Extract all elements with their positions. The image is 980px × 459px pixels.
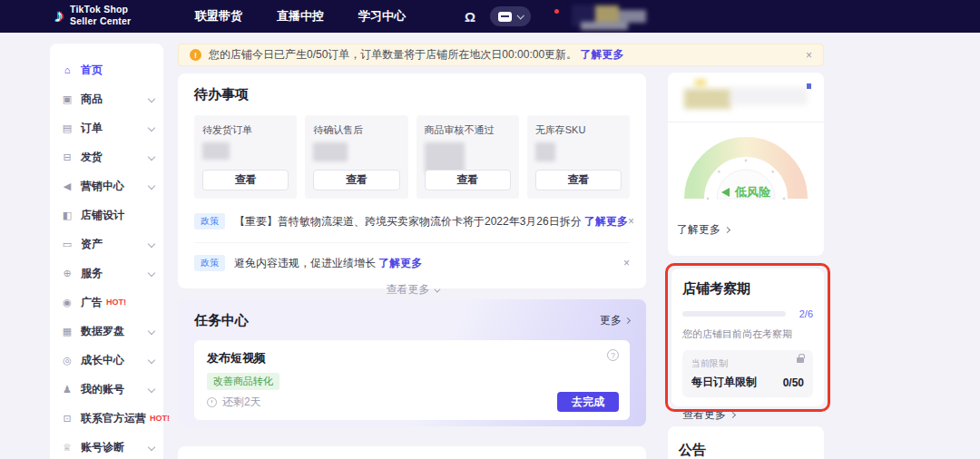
sidebar-item-growth-center[interactable]: ◎ 成长中心 [61,346,154,375]
blurred-count [535,142,555,161]
probation-desc: 您的店铺目前尚在考察期 [682,327,813,341]
task-deadline: 还剩2天 [222,395,261,410]
blurred-count [425,142,465,173]
sidebar-item-assets[interactable]: ▭ 资产 [61,230,154,259]
probation-progress: 2/6 [682,308,813,319]
nav-item-affiliate[interactable]: 联盟带货 [195,8,242,24]
nav-item-live-console[interactable]: 直播中控 [277,8,324,24]
chevron-down-icon [434,287,440,293]
view-button[interactable]: 查看 [313,170,399,190]
current-limit-box: 当前限制 每日订单限制 0/50 [682,350,813,397]
chevron-down-icon [148,356,155,364]
store-name-blurred [677,80,815,114]
sidebar-item-marketing-center[interactable]: ◀ 营销中心 [61,171,154,200]
chevron-down-icon [148,240,155,248]
limit-label: 当前限制 [691,357,804,370]
tiktok-note-icon: ♪ [54,6,64,24]
sidebar-item-my-account[interactable]: ♟ 我的账号 [61,375,154,404]
lock-icon [797,357,804,363]
notification-dot [554,9,559,14]
messages-dropdown[interactable] [490,6,531,26]
chevron-down-icon [148,95,155,103]
see-more-link[interactable]: 查看更多 [194,282,630,298]
chevron-down-icon [148,124,155,132]
complete-task-button[interactable]: 去完成 [557,392,619,412]
sidebar-item-store-design[interactable]: ◧ 店铺设计 [61,200,154,230]
todo-card-label: 待发货订单 [202,123,289,137]
announcement-title: 公告 [679,442,813,459]
sidebar-item-label: 资产 [81,237,103,252]
risk-level-label: 低风险 [735,184,770,200]
probation-see-more-link[interactable]: 查看更多 [682,407,813,423]
announcement-card: 公告 [668,426,824,459]
support-headset-icon[interactable]: Ω [465,9,475,24]
store-health-card: 低风险 了解更多 [668,73,824,256]
hot-badge: HOT! [106,298,126,307]
todo-card-pending-returns: 待确认售后 查看 [305,115,407,199]
sidebar-item-account-diagnosis[interactable]: ♕ 账号诊断 [61,433,154,459]
nav-item-learning-center[interactable]: 学习中心 [358,8,406,24]
sidebar-item-services[interactable]: ⊕ 服务 [61,259,154,288]
chevron-right-icon [624,317,631,324]
notice-text: 避免内容违规，促进业绩增长 了解更多 [234,256,422,271]
sidebar-item-label: 营销中心 [81,179,124,194]
chevron-down-icon [148,182,155,190]
diagnosis-icon: ♕ [61,442,74,454]
sidebar-item-orders[interactable]: ▤ 订单 [61,113,154,142]
help-icon[interactable]: ? [607,349,619,361]
sidebar-item-products[interactable]: ▣ 商品 [61,84,154,113]
todo-card-label: 待确认售后 [313,123,399,137]
sidebar-item-contact-official[interactable]: ⊡ 联系官方运营 HOT! [61,404,154,433]
store-probation-card: 店铺考察期 2/6 您的店铺目前尚在考察期 当前限制 每日订单限制 0/50 查… [671,269,824,406]
task-tag: 改善商品转化 [207,373,279,390]
blurred-count [313,142,348,161]
probation-title: 店铺考察期 [682,280,813,298]
notice-learn-more-link[interactable]: 了解更多 [584,215,628,228]
sidebar-item-label: 服务 [81,266,103,281]
sidebar-item-home[interactable]: ⌂ 首页 [61,55,154,84]
progress-label: 2/6 [799,308,813,319]
chevron-down-icon [148,153,155,161]
chevron-down-icon [148,386,155,393]
sidebar: ⌂ 首页 ▣ 商品 ▤ 订单 ⊟ 发货 ◀ 营销中心 ◧ 店铺设计 ▭ [50,44,163,459]
shipping-icon: ⊟ [61,151,74,163]
logo-text: TikTok Shop Seller Center [70,4,131,27]
assets-icon: ▭ [61,239,74,250]
view-button[interactable]: 查看 [535,170,622,190]
sidebar-item-label: 账号诊断 [81,440,124,455]
todo-card-label: 商品审核不通过 [425,123,511,137]
warning-icon: ! [190,49,201,61]
sidebar-item-shipping[interactable]: ⊟ 发货 [61,142,154,171]
notice-learn-more-link[interactable]: 了解更多 [378,257,422,269]
sidebar-item-data-compass[interactable]: ▦ 数据罗盘 [61,317,154,346]
home-icon: ⌂ [61,64,74,75]
user-account-blurred[interactable] [572,3,646,30]
view-button[interactable]: 查看 [425,170,511,190]
notifications-bell-icon[interactable] [545,10,557,23]
progress-bar [682,311,786,317]
risk-learn-more-link[interactable]: 了解更多 [677,222,815,238]
notice-text: 【重要】普特敏物流渠道、跨境买卖家物流价卡将于2022年3月26日拆分 了解更多 [234,214,628,230]
sidebar-item-ads[interactable]: ◉ 广告 HOT! [61,288,154,317]
orders-icon: ▤ [61,122,74,134]
limit-name: 每日订单限制 [691,375,757,390]
task-title: 发布短视频 [207,350,617,366]
banner-close-icon[interactable]: × [806,49,812,62]
chat-bubble-icon [498,12,512,22]
notice-close-icon[interactable]: × [623,257,630,269]
blurred-count [202,142,230,160]
todo-card-awaiting-shipment: 待发货订单 查看 [194,115,297,199]
tiktok-shop-logo[interactable]: ♪ TikTok Shop Seller Center [54,4,131,27]
task-center-more-link[interactable]: 更多 [600,313,630,328]
sidebar-item-label: 店铺设计 [81,208,124,223]
sidebar-item-label: 首页 [81,63,103,78]
banner-learn-more-link[interactable]: 了解更多 [580,48,623,61]
divider [668,122,824,122]
sidebar-item-label: 商品 [81,92,103,107]
nav-menu: 联盟带货 直播中控 学习中心 [195,0,406,33]
chevron-down-icon [148,444,155,451]
todo-card-out-of-stock-sku: 无库存SKU 查看 [527,115,630,199]
notice-close-icon[interactable]: × [628,215,634,228]
view-button[interactable]: 查看 [202,170,289,190]
chevron-down-icon [148,269,155,277]
